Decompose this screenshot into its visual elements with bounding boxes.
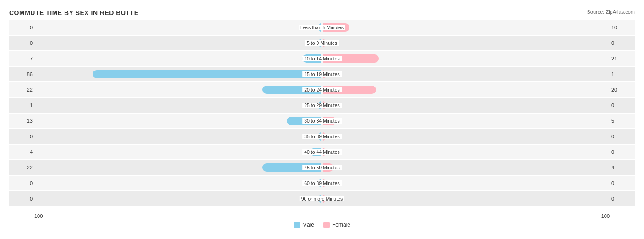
- male-bar-wrap: [34, 82, 322, 97]
- bars-center: 30 to 34 Minutes: [34, 114, 610, 128]
- male-bar-wrap: [34, 98, 322, 113]
- chart-row: 0 35 to 39 Minutes 0: [9, 129, 635, 144]
- legend-male-box: [294, 222, 300, 228]
- left-value: 86: [9, 71, 34, 77]
- female-bar: [323, 163, 333, 172]
- chart-row: 4 40 to 44 Minutes 0: [9, 145, 635, 159]
- legend-male-label: Male: [302, 222, 314, 228]
- male-bar-wrap: [34, 114, 322, 128]
- female-bar-wrap: [322, 191, 610, 206]
- male-bar: [287, 117, 321, 125]
- male-bar: [319, 132, 321, 141]
- female-bar: [323, 39, 325, 47]
- male-bar-wrap: [34, 51, 322, 66]
- female-bar-wrap: [322, 129, 610, 144]
- left-value: 0: [9, 196, 34, 201]
- female-bar: [323, 23, 349, 32]
- chart-row: 0 60 to 89 Minutes 0: [9, 176, 635, 190]
- bars-center: Less than 5 Minutes: [34, 20, 610, 35]
- male-bar: [319, 195, 321, 203]
- chart-row: 0 Less than 5 Minutes 10: [9, 20, 635, 35]
- male-bar-wrap: [34, 67, 322, 81]
- chart-row: 0 5 to 9 Minutes 0: [9, 36, 635, 50]
- left-value: 22: [9, 87, 34, 92]
- female-bar: [323, 179, 325, 187]
- chart-row: 22 20 to 24 Minutes 20: [9, 82, 635, 97]
- male-bar-wrap: [34, 176, 322, 190]
- right-value: 0: [610, 40, 635, 46]
- axis-left-label: 100: [34, 213, 43, 219]
- left-value: 0: [9, 180, 34, 186]
- legend-female: Female: [323, 222, 350, 228]
- right-value: 4: [610, 165, 635, 170]
- right-value: 0: [610, 149, 635, 155]
- right-value: 0: [610, 103, 635, 108]
- right-value: 10: [610, 25, 635, 30]
- female-bar-wrap: [322, 145, 610, 159]
- male-bar: [318, 101, 321, 109]
- female-bar: [323, 148, 325, 156]
- male-bar: [319, 23, 321, 32]
- bars-center: 25 to 29 Minutes: [34, 98, 610, 113]
- female-bar-wrap: [322, 20, 610, 35]
- left-value: 7: [9, 56, 34, 61]
- axis-labels: 100 100: [9, 213, 635, 219]
- female-bar-wrap: [322, 160, 610, 175]
- female-bar: [323, 86, 376, 94]
- male-bar: [93, 70, 321, 78]
- chart-container: COMMUTE TIME BY SEX IN RED BUTTE Source:…: [0, 0, 644, 239]
- legend-male: Male: [294, 222, 314, 228]
- bars-center: 10 to 14 Minutes: [34, 51, 610, 66]
- right-value: 0: [610, 196, 635, 201]
- left-value: 13: [9, 118, 34, 124]
- chart-row: 0 90 or more Minutes 0: [9, 191, 635, 206]
- bars-center: 5 to 9 Minutes: [34, 36, 610, 50]
- male-bar: [302, 54, 321, 63]
- female-bar-wrap: [322, 51, 610, 66]
- chart-row: 86 15 to 19 Minutes 1: [9, 67, 635, 81]
- female-bar: [323, 70, 326, 78]
- female-bar-wrap: [322, 98, 610, 113]
- female-bar: [323, 101, 325, 109]
- female-bar-wrap: [322, 82, 610, 97]
- male-bar: [319, 39, 321, 47]
- left-value: 0: [9, 134, 34, 139]
- male-bar: [319, 179, 321, 187]
- bars-center: 20 to 24 Minutes: [34, 82, 610, 97]
- left-value: 0: [9, 40, 34, 46]
- bars-center: 60 to 89 Minutes: [34, 176, 610, 190]
- male-bar-wrap: [34, 191, 322, 206]
- female-bar: [323, 132, 325, 141]
- female-bar-wrap: [322, 67, 610, 81]
- right-value: 1: [610, 71, 635, 77]
- bars-center: 35 to 39 Minutes: [34, 129, 610, 144]
- right-value: 0: [610, 134, 635, 139]
- axis-right-label: 100: [601, 213, 610, 219]
- female-bar: [323, 117, 336, 125]
- male-bar-wrap: [34, 145, 322, 159]
- bars-center: 45 to 59 Minutes: [34, 160, 610, 175]
- bars-center: 15 to 19 Minutes: [34, 67, 610, 81]
- chart-row: 7 10 to 14 Minutes 21: [9, 51, 635, 66]
- legend-female-box: [323, 222, 330, 228]
- female-bar: [323, 54, 379, 63]
- left-value: 22: [9, 165, 34, 170]
- male-bar-wrap: [34, 36, 322, 50]
- bars-center: 40 to 44 Minutes: [34, 145, 610, 159]
- female-bar-wrap: [322, 176, 610, 190]
- left-value: 0: [9, 25, 34, 30]
- right-value: 0: [610, 180, 635, 186]
- female-bar-wrap: [322, 114, 610, 128]
- bars-center: 90 or more Minutes: [34, 191, 610, 206]
- chart-title: COMMUTE TIME BY SEX IN RED BUTTE: [9, 9, 635, 16]
- right-value: 21: [610, 56, 635, 61]
- chart-row: 1 25 to 29 Minutes 0: [9, 98, 635, 113]
- chart-row: 13 30 to 34 Minutes 5: [9, 114, 635, 128]
- male-bar: [262, 163, 321, 172]
- right-value: 20: [610, 87, 635, 92]
- legend-female-label: Female: [332, 222, 350, 228]
- chart-row: 22 45 to 59 Minutes 4: [9, 160, 635, 175]
- legend: Male Female: [9, 222, 635, 228]
- source-text: Source: ZipAtlas.com: [587, 9, 635, 15]
- male-bar-wrap: [34, 129, 322, 144]
